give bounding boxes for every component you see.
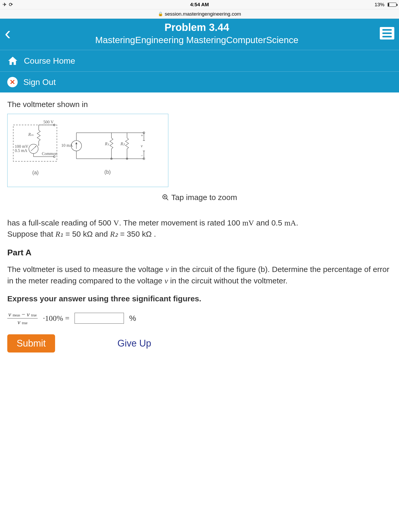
part-a-heading: Part A (7, 247, 392, 258)
answer-instruction: Express your answer using three signific… (7, 293, 392, 304)
close-icon: ✕ (7, 77, 18, 87)
lock-icon: 🔒 (158, 11, 163, 16)
svg-text:500 V: 500 V (43, 120, 54, 124)
home-icon (7, 55, 18, 66)
problem-title: Problem 3.44 (14, 22, 380, 33)
svg-text:R₂: R₂ (120, 142, 125, 146)
submit-button[interactable]: Submit (7, 334, 55, 353)
nav-sign-out-label: Sign Out (23, 77, 56, 87)
svg-line-8 (31, 146, 36, 151)
status-time: 4:54 AM (0, 2, 399, 8)
svg-text:Rₘ: Rₘ (28, 132, 34, 137)
course-title: MasteringEngineering MasteringComputerSc… (14, 35, 380, 45)
part-a-text: The voltmeter is used to measure the vol… (7, 264, 392, 286)
svg-text:Common: Common (42, 151, 57, 156)
svg-text:10 mA: 10 mA (61, 143, 73, 148)
body-paragraph-1: has a full-scale reading of 500 V. The m… (7, 217, 392, 240)
back-button[interactable]: ‹ (5, 24, 11, 42)
figure-image[interactable]: 500 V Rₘ 100 mV 0.5 mA (7, 114, 168, 187)
times-label: ·100% = (43, 312, 69, 324)
nav-sign-out[interactable]: ✕ Sign Out (0, 71, 399, 92)
answer-unit: % (129, 312, 136, 324)
ios-status-bar: ✈︎ ⟳ 4:54 AM 13% (0, 0, 399, 9)
give-up-button[interactable]: Give Up (117, 337, 151, 350)
svg-text:0.5 mA: 0.5 mA (15, 148, 27, 153)
lead-text: The voltmeter shown in (7, 99, 392, 110)
svg-text:−: − (141, 154, 143, 158)
diagram-b: 10 mA R₁ R₂ + v − (69, 120, 147, 176)
svg-text:+: + (141, 133, 143, 138)
problem-content: The voltmeter shown in 500 V Rₘ (0, 92, 399, 368)
diagram-a-caption: (a) (13, 169, 58, 176)
browser-url-bar[interactable]: 🔒 session.masteringengineering.com (0, 9, 399, 19)
svg-text:100 mV: 100 mV (15, 144, 28, 149)
answer-input[interactable] (75, 313, 124, 324)
svg-text:v: v (141, 144, 143, 148)
svg-marker-23 (75, 142, 77, 144)
equation-row: v meas − v true v true ·100% = % (7, 311, 392, 325)
magnify-plus-icon (162, 193, 169, 204)
menu-button[interactable] (380, 27, 394, 39)
diagram-a: 500 V Rₘ 100 mV 0.5 mA (13, 120, 58, 177)
battery-icon (387, 3, 396, 7)
svg-line-43 (167, 198, 168, 200)
nav-course-home[interactable]: Course Home (0, 50, 399, 71)
svg-rect-0 (13, 125, 57, 161)
svg-text:R₁: R₁ (105, 142, 109, 146)
nav-course-home-label: Course Home (24, 56, 75, 66)
fraction: v meas − v true v true (7, 311, 38, 325)
diagram-b-caption: (b) (69, 168, 147, 176)
app-header: ‹ Problem 3.44 MasteringEngineering Mast… (0, 19, 399, 50)
url-text: session.masteringengineering.com (165, 11, 241, 17)
zoom-hint[interactable]: Tap image to zoom (7, 192, 392, 204)
